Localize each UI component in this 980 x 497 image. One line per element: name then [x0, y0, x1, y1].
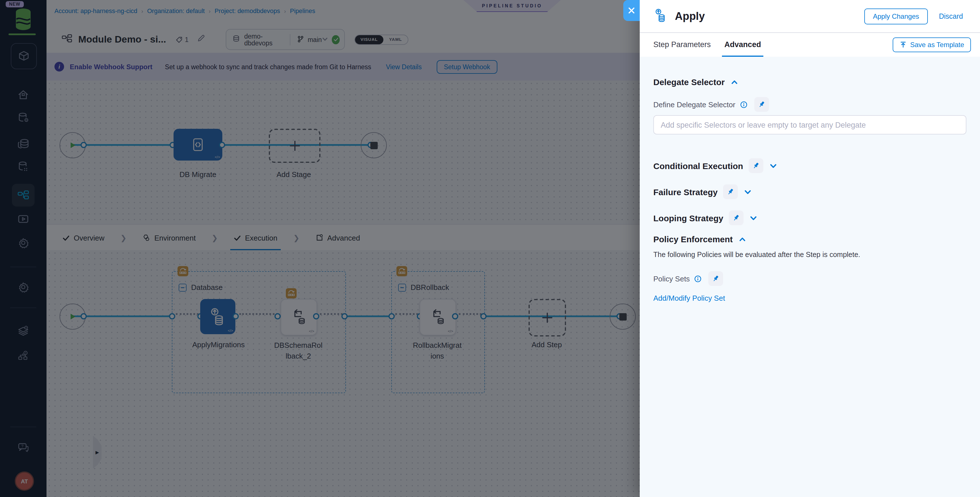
delegate-selector-input[interactable] [653, 115, 966, 134]
step-config-drawer: Apply Apply Changes Discard Step Paramet… [640, 0, 980, 497]
apply-changes-button[interactable]: Apply Changes [864, 8, 928, 24]
policy-enforcement-row[interactable]: Policy Enforcement [653, 234, 966, 244]
looping-strategy-heading: Looping Strategy [653, 213, 723, 223]
chevron-down-icon[interactable] [744, 188, 752, 196]
drawer-header: Apply Apply Changes Discard [640, 0, 980, 33]
pin-runtime-input-button[interactable] [729, 210, 744, 225]
add-modify-policy-set-link[interactable]: Add/Modify Policy Set [653, 294, 966, 303]
chevron-up-icon[interactable] [730, 78, 738, 86]
delegate-selector-heading: Delegate Selector [653, 77, 725, 87]
drawer-title: Apply [675, 10, 705, 22]
discard-button[interactable]: Discard [935, 12, 966, 21]
pin-runtime-input-button[interactable] [754, 97, 769, 112]
save-as-template-button[interactable]: Save as Template [892, 37, 971, 52]
policy-enforcement-heading: Policy Enforcement [653, 234, 733, 244]
save-as-template-label: Save as Template [910, 41, 964, 48]
apply-step-icon [653, 8, 668, 25]
policy-enforcement-description: The following Policies will be evaluated… [653, 251, 966, 259]
drawer-content: Delegate Selector Define Delegate Select… [640, 57, 980, 497]
info-icon[interactable] [694, 275, 702, 282]
policy-sets-row: Policy Sets [653, 271, 966, 286]
close-drawer-button[interactable] [623, 0, 640, 21]
chevron-up-icon[interactable] [738, 235, 746, 243]
modal-dim-overlay[interactable] [0, 0, 640, 497]
conditional-execution-row[interactable]: Conditional Execution [653, 158, 966, 173]
pin-runtime-input-button[interactable] [709, 271, 723, 286]
define-delegate-selector-row: Define Delegate Selector [653, 97, 966, 112]
pin-runtime-input-button[interactable] [749, 158, 764, 173]
tab-step-parameters[interactable]: Step Parameters [653, 32, 711, 57]
define-delegate-selector-label: Define Delegate Selector [653, 100, 735, 109]
looping-strategy-row[interactable]: Looping Strategy [653, 210, 966, 225]
delegate-selector-heading-row[interactable]: Delegate Selector [653, 77, 966, 87]
failure-strategy-heading: Failure Strategy [653, 187, 718, 197]
chevron-down-icon[interactable] [749, 213, 758, 222]
failure-strategy-row[interactable]: Failure Strategy [653, 185, 966, 199]
chevron-down-icon[interactable] [769, 161, 778, 170]
tab-advanced[interactable]: Advanced [724, 32, 761, 57]
info-icon[interactable] [740, 101, 747, 108]
pipeline-studio-app: NEW AT Account: app-harness-ng-cicd › Or… [0, 0, 980, 497]
upload-icon [899, 41, 907, 48]
policy-sets-label: Policy Sets [653, 274, 690, 283]
conditional-execution-heading: Conditional Execution [653, 161, 743, 170]
drawer-tabs: Step Parameters Advanced Save as Templat… [640, 32, 980, 57]
pin-runtime-input-button[interactable] [723, 185, 738, 199]
